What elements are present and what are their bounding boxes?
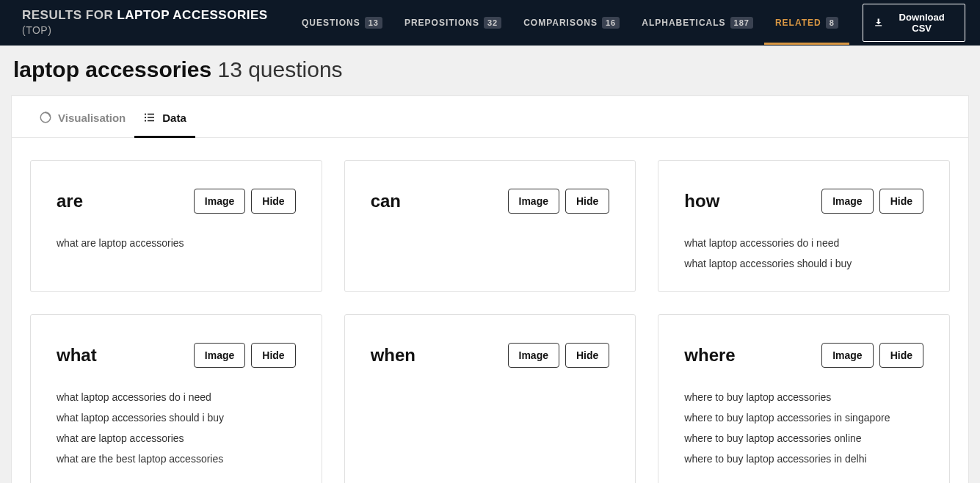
list-item[interactable]: what are laptop accessories [57,432,296,444]
hide-button[interactable]: Hide [879,189,923,214]
results-for: RESULTS FOR LAPTOP ACCESSORIES (TOP) [22,8,291,37]
page-title-count: 13 questions [217,57,342,81]
tab-data-label: Data [162,112,186,124]
card-actions: ImageHide [194,343,296,368]
nav-tab-comparisons[interactable]: COMPARISONS16 [512,1,631,45]
nav-tab-label: COMPARISONS [523,18,598,28]
cards-grid: areImageHidewhat are laptop accessoriesc… [12,138,968,483]
card-title: can [371,191,401,211]
svg-rect-2 [148,114,154,115]
svg-point-5 [145,120,146,121]
card-items: what laptop accessories do i needwhat la… [57,391,296,465]
card-title: what [57,345,97,366]
card-header: whenImageHide [371,343,610,368]
list-icon [143,111,156,124]
hide-button[interactable]: Hide [251,343,295,368]
image-button[interactable]: Image [821,189,873,214]
nav-tab-questions[interactable]: QUESTIONS13 [291,1,393,45]
card-actions: ImageHide [821,189,923,214]
list-item[interactable]: what are laptop accessories [57,237,296,249]
card-how: howImageHidewhat laptop accessories do i… [658,160,950,292]
nav-tab-label: ALPHABETICALS [642,18,725,28]
image-button[interactable]: Image [194,343,245,368]
nav-tab-badge: 13 [365,17,382,29]
svg-rect-6 [148,120,154,122]
results-suffix: (TOP) [22,24,51,36]
results-for-prefix: RESULTS FOR [22,8,113,22]
image-button[interactable]: Image [508,189,559,214]
card-header: whereImageHide [684,343,923,368]
list-item[interactable]: where to buy laptop accessories in singa… [684,412,923,424]
card-are: areImageHidewhat are laptop accessories [30,160,322,292]
card-can: canImageHide [344,160,636,292]
list-item[interactable]: what laptop accessories do i need [57,391,296,403]
list-item[interactable]: where to buy laptop accessories [684,391,923,403]
hide-button[interactable]: Hide [879,343,923,368]
svg-point-1 [145,113,146,115]
hide-button[interactable]: Hide [565,343,609,368]
download-csv-button[interactable]: Download CSV [863,4,965,42]
tab-visualisation[interactable]: Visualisation [30,96,134,137]
nav-tab-badge: 8 [826,17,838,29]
view-tabs: Visualisation Data [12,96,968,138]
top-nav: RESULTS FOR LAPTOP ACCESSORIES (TOP) QUE… [0,0,980,46]
nav-tab-label: PREPOSITIONS [404,18,479,28]
list-item[interactable]: what laptop accessories do i need [684,237,923,249]
card-title: where [684,345,735,366]
nav-tab-badge: 32 [484,17,501,29]
card-actions: ImageHide [508,343,610,368]
svg-rect-4 [148,117,154,118]
nav-tab-related[interactable]: RELATED8 [764,1,849,45]
visualisation-icon [39,111,52,124]
page-title-keyword: laptop accessories [13,57,211,81]
card-header: whatImageHide [57,343,296,368]
card-actions: ImageHide [194,189,296,214]
card-header: areImageHide [57,189,296,214]
card-title: when [371,345,415,366]
list-item[interactable]: what are the best laptop accessories [57,453,296,465]
card-actions: ImageHide [508,189,610,214]
card-title: are [57,191,83,211]
image-button[interactable]: Image [508,343,559,368]
card-what: whatImageHidewhat laptop accessories do … [30,314,322,483]
download-icon [874,18,883,28]
nav-tab-label: QUESTIONS [302,18,360,28]
card-actions: ImageHide [821,343,923,368]
nav-tab-badge: 16 [602,17,620,29]
card-header: howImageHide [684,189,923,214]
list-item[interactable]: what laptop accessories should i buy [684,258,923,269]
card-items: where to buy laptop accessorieswhere to … [684,391,923,465]
page-heading: laptop accessories 13 questions [0,46,980,95]
nav-tabs: QUESTIONS13PREPOSITIONS32COMPARISONS16AL… [291,1,849,45]
svg-point-3 [145,117,146,118]
card-items: what are laptop accessories [57,237,296,249]
tab-visualisation-label: Visualisation [58,112,126,124]
image-button[interactable]: Image [194,189,245,214]
hide-button[interactable]: Hide [251,189,295,214]
nav-tab-alphabeticals[interactable]: ALPHABETICALS187 [631,1,764,45]
card-when: whenImageHide [344,314,636,483]
hide-button[interactable]: Hide [565,189,609,214]
card-title: how [684,191,719,211]
nav-tab-badge: 187 [730,17,753,29]
tab-data[interactable]: Data [134,96,195,137]
page-title: laptop accessories 13 questions [13,57,980,82]
nav-tab-prepositions[interactable]: PREPOSITIONS32 [393,1,512,45]
list-item[interactable]: where to buy laptop accessories online [684,432,923,444]
card-where: whereImageHidewhere to buy laptop access… [658,314,950,483]
list-item[interactable]: where to buy laptop accessories in delhi [684,453,923,465]
list-item[interactable]: what laptop accessories should i buy [57,412,296,424]
download-csv-label: Download CSV [889,12,954,34]
results-keyword: LAPTOP ACCESSORIES [117,8,267,22]
card-items: what laptop accessories do i needwhat la… [684,237,923,269]
nav-tab-label: RELATED [775,18,821,28]
image-button[interactable]: Image [821,343,873,368]
card-header: canImageHide [371,189,610,214]
main-panel: Visualisation Data areImageHidewhat are … [11,95,969,483]
